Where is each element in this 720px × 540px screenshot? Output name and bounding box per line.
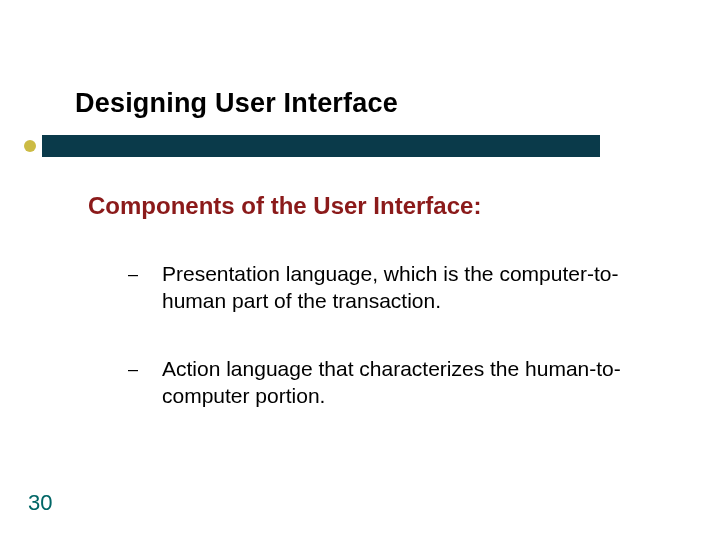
slide-title: Designing User Interface [75, 88, 398, 119]
bullet-text: Presentation language, which is the comp… [148, 260, 660, 315]
list-item: – Presentation language, which is the co… [128, 260, 660, 315]
bullet-list: – Presentation language, which is the co… [128, 260, 660, 449]
bullet-dash-icon: – [128, 260, 148, 288]
title-underline-bar [20, 135, 600, 157]
accent-dot-icon [24, 140, 36, 152]
accent-bar [42, 135, 600, 157]
decorative-mask [0, 0, 720, 55]
bullet-dash-icon: – [128, 355, 148, 383]
bullet-text: Action language that characterizes the h… [148, 355, 660, 410]
slide: Designing User Interface Components of t… [0, 0, 720, 540]
list-item: – Action language that characterizes the… [128, 355, 660, 410]
slide-subtitle: Components of the User Interface: [88, 192, 481, 220]
page-number: 30 [28, 490, 52, 516]
